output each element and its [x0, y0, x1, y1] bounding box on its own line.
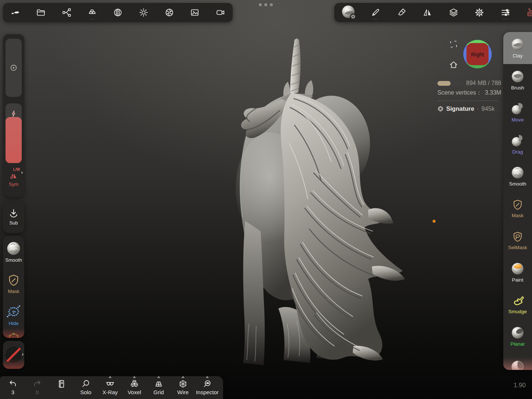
- redo-button[interactable]: 0: [25, 378, 49, 395]
- tool-label: Brush: [511, 85, 524, 91]
- tool-label: Planar: [510, 341, 525, 347]
- material-caret-icon: [22, 353, 24, 356]
- sub-button[interactable]: Sub: [3, 201, 24, 233]
- stroke-pencil-icon[interactable]: ···: [368, 5, 383, 20]
- layer-name: Signature: [446, 105, 474, 112]
- tool-mask[interactable]: Mask: [503, 192, 532, 224]
- no-material-button[interactable]: [3, 341, 24, 369]
- camera-icon[interactable]: [213, 5, 228, 20]
- app-logo-icon[interactable]: [8, 5, 22, 20]
- info-divider: [437, 100, 497, 101]
- tool-smooth[interactable]: Smooth: [503, 160, 532, 192]
- submenu-caret-icon: [109, 376, 112, 378]
- no-material-icon: [5, 346, 22, 364]
- inspector-label: Inspector: [196, 389, 219, 395]
- mask-shield-icon: [7, 273, 21, 287]
- quick-smooth-label: Smooth: [6, 257, 22, 263]
- material-sphere-icon[interactable]: [341, 4, 357, 21]
- home-icon: [449, 60, 458, 70]
- left-sub-panel: Sub: [3, 201, 24, 233]
- home-button[interactable]: [448, 59, 459, 70]
- memory-text: 894 MB / 788 M: [466, 80, 503, 86]
- scene-info-block: 894 MB / 788 M Scene vertices：3.33M Sign…: [437, 80, 503, 112]
- layer-vertex-count: 945k: [482, 105, 495, 112]
- left-material-panel: [3, 341, 24, 369]
- planar-sphere-icon: [511, 326, 525, 340]
- unicorn-ear: [305, 80, 313, 96]
- lighting-icon[interactable]: [136, 5, 151, 20]
- scene-vertices-row: Scene vertices：3.33M: [437, 89, 503, 97]
- more-indicator: ···: [498, 18, 513, 21]
- scene-graph-icon[interactable]: [59, 5, 74, 20]
- fullscreen-button[interactable]: [448, 39, 459, 49]
- sym-label: Sym: [9, 181, 18, 187]
- undo-button[interactable]: 3: [1, 378, 25, 395]
- unicorn-mane: [281, 93, 403, 360]
- voxel-button[interactable]: Voxel: [122, 378, 147, 395]
- quick-mask-button[interactable]: Mask: [3, 268, 24, 299]
- tool-drag[interactable]: Drag: [503, 128, 532, 160]
- quick-hide-label: Hide: [9, 321, 19, 326]
- undo-count: 3: [11, 389, 14, 395]
- more-indicator: ···: [85, 18, 99, 21]
- mask-shield-icon: [511, 198, 524, 211]
- memory-bar-fill: [437, 81, 451, 86]
- brush-sphere-icon: [511, 70, 525, 84]
- topology-icon[interactable]: [110, 5, 125, 20]
- radius-slider[interactable]: [6, 39, 22, 97]
- more-indicator: ···: [368, 18, 383, 21]
- tool-label: Mask: [512, 213, 524, 218]
- solo-magnifier-icon: [81, 379, 91, 389]
- top-right-toolbar: ··· ···: [334, 3, 532, 22]
- canvas-background: ··· ···: [0, 0, 532, 399]
- adjust-sliders-icon[interactable]: ···: [498, 5, 513, 20]
- tool-label: Move: [511, 117, 524, 123]
- symmetry-button[interactable]: L/W Sym: [3, 167, 24, 187]
- scene-vertices-value: 3.33M: [485, 89, 501, 96]
- zoom-level: 1.90: [514, 382, 526, 389]
- intensity-slider[interactable]: [6, 103, 22, 163]
- paint-sphere-icon: [511, 262, 525, 276]
- inspector-button[interactable]: Inspector: [195, 378, 219, 395]
- multitask-handle[interactable]: [259, 3, 273, 6]
- tool-smudge[interactable]: Smudge: [503, 288, 532, 320]
- tool-paint[interactable]: Paint: [503, 256, 532, 288]
- symmetry-mirror-icon[interactable]: [420, 5, 435, 20]
- quick-hide-button[interactable]: Hide: [3, 299, 24, 331]
- file-folder-icon[interactable]: [34, 5, 48, 20]
- grid-button[interactable]: Grid: [147, 378, 171, 395]
- settings-gear-icon[interactable]: [472, 5, 487, 20]
- undo-icon: [8, 379, 18, 389]
- background-image-icon[interactable]: [187, 5, 202, 20]
- inspector-eye-icon: [202, 379, 212, 389]
- gizmo-arc-icon[interactable]: [6, 332, 22, 338]
- tool-planar[interactable]: Planar: [503, 320, 532, 352]
- quick-smooth-button[interactable]: Smooth: [3, 236, 24, 268]
- submenu-caret-icon: [182, 376, 184, 378]
- wire-button[interactable]: Wire: [171, 378, 195, 395]
- history-button[interactable]: ···: [49, 378, 74, 393]
- submenu-caret-icon: [133, 376, 136, 378]
- wire-label: Wire: [177, 389, 189, 395]
- top-left-toolbar: ···: [3, 3, 233, 22]
- left-brush-controls: L/W Sym: [3, 34, 24, 197]
- layer-sep: ·: [477, 105, 479, 112]
- toolbox-icon[interactable]: [524, 5, 532, 20]
- tool-selmask[interactable]: SelMask: [503, 224, 532, 256]
- tool-move[interactable]: Move: [503, 96, 532, 128]
- render-icon[interactable]: [162, 5, 177, 20]
- smudge-finger-icon: [511, 294, 524, 307]
- orientation-gizmo[interactable]: Right: [463, 39, 492, 69]
- layers-icon[interactable]: [446, 5, 461, 20]
- bake-icon[interactable]: ···: [85, 5, 99, 20]
- intensity-lightning-icon: [6, 109, 22, 118]
- fullscreen-icon: [449, 40, 458, 49]
- tool-clay[interactable]: Clay: [503, 32, 532, 64]
- memory-bar: [437, 81, 462, 86]
- xray-button[interactable]: X-Ray: [98, 378, 122, 395]
- redo-count: 0: [36, 389, 39, 395]
- layer-row[interactable]: Signature · 945k: [437, 105, 503, 112]
- tool-brush[interactable]: Brush: [503, 64, 532, 96]
- solo-button[interactable]: Solo: [74, 378, 98, 395]
- falloff-brush-icon[interactable]: [394, 5, 409, 20]
